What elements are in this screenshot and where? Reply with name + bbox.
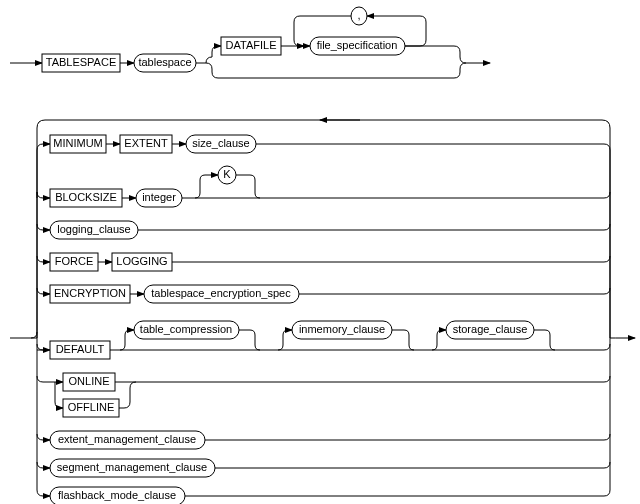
keyword-logging: LOGGING bbox=[116, 255, 167, 267]
clause-extent-management: extent_management_clause bbox=[58, 433, 196, 445]
keyword-datafile: DATAFILE bbox=[226, 39, 277, 51]
separator-comma: , bbox=[357, 9, 360, 21]
keyword-blocksize: BLOCKSIZE bbox=[55, 191, 117, 203]
clause-storage: storage_clause bbox=[453, 323, 528, 335]
clause-tablespace-encryption-spec: tablespace_encryption_spec bbox=[151, 287, 291, 299]
clause-tablespace: tablespace bbox=[138, 56, 191, 68]
keyword-tablespace: TABLESPACE bbox=[46, 56, 117, 68]
keyword-force: FORCE bbox=[55, 255, 94, 267]
clause-inmemory: inmemory_clause bbox=[299, 323, 385, 335]
clause-segment-management: segment_management_clause bbox=[57, 461, 207, 473]
syntax-diagram: TABLESPACE tablespace DATAFILE file_spec… bbox=[0, 0, 640, 504]
keyword-default: DEFAULT bbox=[56, 343, 105, 355]
keyword-offline: OFFLINE bbox=[68, 401, 114, 413]
clause-integer: integer bbox=[142, 191, 176, 203]
keyword-k: K bbox=[223, 168, 231, 180]
clause-file-specification: file_specification bbox=[317, 39, 398, 51]
keyword-encryption: ENCRYPTION bbox=[54, 287, 126, 299]
clause-table-compression: table_compression bbox=[140, 323, 232, 335]
keyword-online: ONLINE bbox=[69, 375, 110, 387]
keyword-minimum: MINIMUM bbox=[53, 137, 103, 149]
keyword-extent: EXTENT bbox=[124, 137, 168, 149]
clause-flashback-mode: flashback_mode_clause bbox=[58, 489, 176, 501]
clause-logging: logging_clause bbox=[57, 223, 130, 235]
clause-size: size_clause bbox=[192, 137, 249, 149]
